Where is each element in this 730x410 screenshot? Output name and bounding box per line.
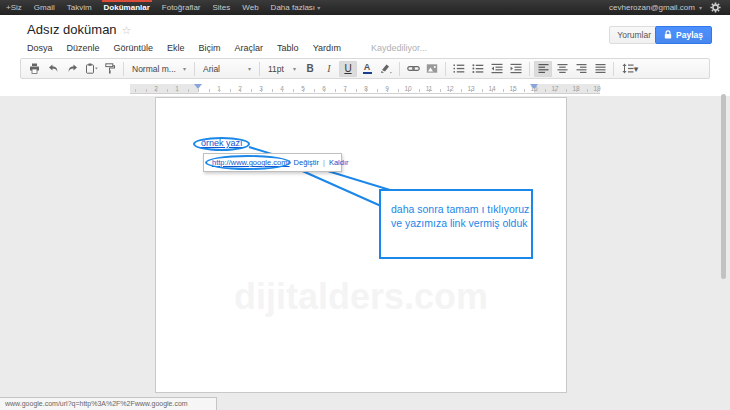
ruler-tick [345, 89, 346, 92]
ruler-tick [240, 89, 241, 92]
toolbar-separator [613, 62, 614, 76]
ruler-tick [587, 89, 588, 92]
menu-format[interactable]: Biçim [199, 43, 221, 53]
topbar-item-gmail[interactable]: Gmail [28, 0, 61, 15]
ruler-tick [188, 89, 189, 92]
ruler-tick [471, 89, 472, 92]
font-size-dropdown[interactable]: 11pt ▾ [264, 61, 300, 77]
ruler: 2112345678910111213141516171819 [130, 84, 600, 94]
font-dropdown[interactable]: Arial ▾ [199, 61, 255, 77]
share-button[interactable]: Paylaş [655, 26, 712, 44]
ruler-tick [324, 89, 325, 92]
callout-line-1: daha sonra tamam ı tıklıyoruz [391, 202, 531, 216]
topbar-item-plus-you[interactable]: +Siz [0, 0, 28, 15]
italic-button[interactable]: I [320, 61, 338, 77]
share-label: Paylaş [676, 30, 703, 40]
decrease-indent-button[interactable] [488, 61, 506, 77]
ruler-tick [482, 89, 483, 92]
ruler-tick [408, 89, 409, 92]
align-center-button[interactable] [553, 61, 571, 77]
ruler-tick [219, 89, 220, 92]
document-header: Adsız doküman☆ Dosya Düzenle Görüntüle E… [0, 15, 730, 56]
highlight-color-button[interactable] [377, 61, 395, 77]
topbar-item-sites[interactable]: Sites [207, 0, 237, 15]
gear-icon[interactable] [708, 0, 722, 15]
chevron-down-icon: ▾ [293, 65, 296, 72]
doc-title-text: Adsız doküman [27, 22, 117, 37]
lock-icon [664, 30, 672, 41]
ruler-tick [524, 89, 525, 92]
ruler-tick [387, 89, 388, 92]
bubble-change-link[interactable]: Değiştir [294, 158, 319, 167]
document-link-text[interactable]: örnek yazı [201, 138, 243, 148]
topbar-item-more[interactable]: Daha fazlası ▾ [265, 0, 333, 15]
ruler-tick [261, 89, 262, 92]
underline-button[interactable]: U [339, 61, 357, 77]
toolbar-separator [194, 62, 195, 76]
ruler-tick [419, 89, 420, 92]
link-tooltip-bubble: http://www.google.com/ Değiştir | Kaldır [203, 153, 342, 172]
ruler-tick [534, 89, 535, 92]
increase-indent-button[interactable] [507, 61, 525, 77]
menu-view[interactable]: Görüntüle [114, 43, 154, 53]
topbar-item-web[interactable]: Web [236, 0, 264, 15]
ruler-tick [303, 89, 304, 92]
align-right-button[interactable] [572, 61, 590, 77]
text-color-button[interactable]: A [358, 61, 376, 77]
menu-help[interactable]: Yardım [313, 43, 341, 53]
topbar-item-photos[interactable]: Fotoğraflar [156, 0, 207, 15]
comments-label: Yorumlar [617, 30, 651, 40]
ruler-tick [335, 89, 336, 92]
ruler-tick [251, 89, 252, 92]
topbar-item-calendar[interactable]: Takvim [61, 0, 98, 15]
insert-link-button[interactable] [404, 61, 422, 77]
ruler-tick [230, 89, 231, 92]
page-title[interactable]: Adsız doküman☆ [27, 22, 131, 37]
toolbar-separator [399, 62, 400, 76]
text-color-glyph: A [363, 63, 372, 74]
ruler-tick [429, 89, 430, 92]
topbar-item-documents[interactable]: Dokümanlar [98, 0, 156, 15]
line-spacing-button[interactable]: ▾ [618, 61, 642, 77]
ruler-tick [314, 89, 315, 92]
ruler-tick [198, 89, 199, 92]
menu-table[interactable]: Tablo [277, 43, 299, 53]
chevron-down-icon: ▾ [634, 64, 639, 74]
ruler-tick [461, 89, 462, 92]
bold-button[interactable]: B [301, 61, 319, 77]
bubble-url-link[interactable]: http://www.google.com/ [212, 158, 290, 167]
vertical-scrollbar[interactable] [721, 94, 726, 279]
ruler-tick [282, 89, 283, 92]
ruler-tick [576, 89, 577, 92]
justify-button[interactable] [591, 61, 609, 77]
insert-image-button[interactable] [423, 61, 441, 77]
menu-tools[interactable]: Araçlar [235, 43, 264, 53]
styles-dropdown[interactable]: Normal m... ▾ [128, 61, 190, 77]
ruler-tick [555, 89, 556, 92]
menu-edit[interactable]: Düzenle [67, 43, 100, 53]
chevron-down-icon: ▾ [183, 65, 186, 72]
align-left-button[interactable] [534, 61, 552, 77]
menu-insert[interactable]: Ekle [167, 43, 185, 53]
ruler-tick [177, 89, 178, 92]
annotation-callout-box: daha sonra tamam ı tıklıyoruz ve yazımız… [379, 189, 533, 259]
redo-button[interactable] [63, 61, 81, 77]
bubble-remove-link[interactable]: Kaldır [329, 158, 349, 167]
bulleted-list-button[interactable] [469, 61, 487, 77]
status-url-bubble: www.google.com/url?q=http%3A%2F%2Fwww.go… [0, 397, 217, 410]
account-menu[interactable]: cevherozan@gmail.com [603, 0, 699, 15]
numbered-list-button[interactable] [450, 61, 468, 77]
print-button[interactable] [25, 61, 43, 77]
star-icon[interactable]: ☆ [122, 24, 132, 36]
font-size-value: 11pt [268, 64, 290, 74]
margin-marker[interactable] [194, 84, 202, 89]
menu-file[interactable]: Dosya [27, 43, 53, 53]
chevron-down-icon: ▾ [248, 65, 251, 72]
ruler-tick [440, 89, 441, 92]
web-clipboard-button[interactable] [82, 61, 100, 77]
bubble-separator: | [323, 158, 325, 167]
margin-marker[interactable] [530, 84, 538, 89]
styles-value: Normal m... [132, 64, 180, 74]
paint-format-button[interactable] [101, 61, 119, 77]
undo-button[interactable] [44, 61, 62, 77]
